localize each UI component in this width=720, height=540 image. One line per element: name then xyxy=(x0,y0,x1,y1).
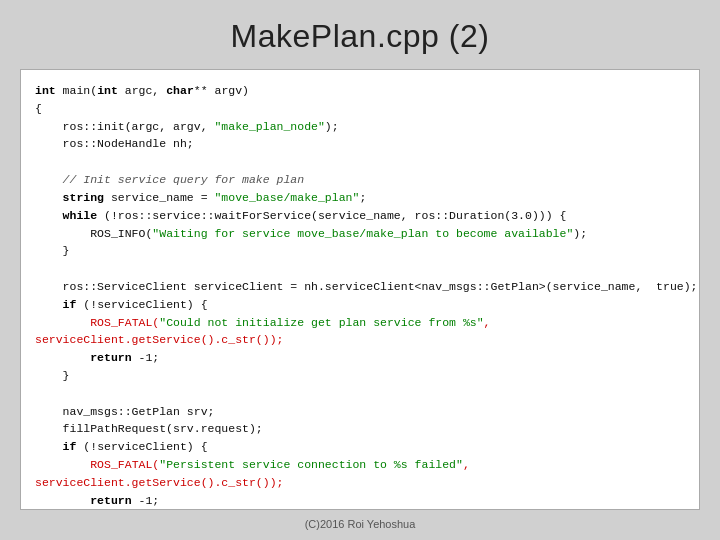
footer-text: (C)2016 Roi Yehoshua xyxy=(305,518,416,530)
code-content: int main(int argc, char** argv) { ros::i… xyxy=(35,82,685,510)
page-title: MakePlan.cpp (2) xyxy=(231,18,490,55)
code-box: int main(int argc, char** argv) { ros::i… xyxy=(20,69,700,510)
